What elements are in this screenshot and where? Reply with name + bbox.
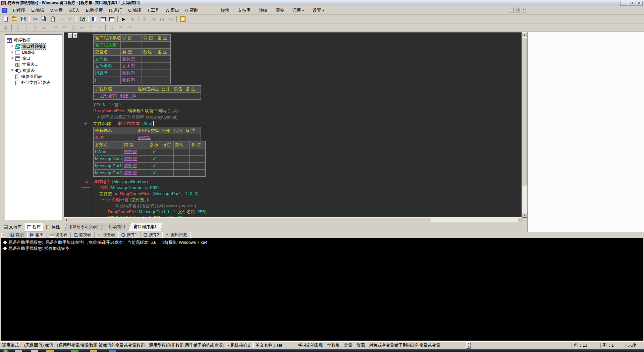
panel-restore-button[interactable]: ▫ — [68, 33, 72, 38]
table-cell[interactable] — [161, 156, 173, 162]
table-cell[interactable]: 处理 — [94, 134, 136, 141]
table-cell[interactable] — [184, 134, 201, 141]
table-cell[interactable] — [136, 93, 160, 99]
menu-item-plugin[interactable]: 模块 — [217, 6, 233, 14]
menu-item[interactable]: W.窗口 — [162, 6, 182, 14]
table-cell[interactable]: 逻辑型 — [136, 134, 160, 141]
close-output-icon[interactable]: ✕ — [1, 233, 5, 237]
table-header-cell[interactable]: 易包 — [172, 86, 184, 92]
table-header-cell[interactable]: 类 型 — [121, 49, 142, 55]
code-line[interactable]: DragQueryFile (MessagePar1, i - 1, 文件名称,… — [108, 209, 206, 215]
table-cell[interactable] — [121, 42, 142, 48]
menu-item[interactable]: C.编译 — [125, 6, 144, 14]
table-cell[interactable]: MessagePar1 — [94, 163, 122, 169]
table-header-cell[interactable]: 备 注 — [184, 127, 201, 134]
table-cell[interactable] — [161, 163, 173, 169]
table-cell[interactable]: MessageNumber — [94, 156, 122, 162]
table-cell[interactable]: 整数型 — [121, 70, 142, 77]
scroll-down-icon[interactable]: ▼ — [522, 213, 527, 218]
table-cell[interactable]: 整数型 — [122, 163, 148, 169]
table-header-cell[interactable]: 子程序名 — [94, 86, 136, 92]
output-tab-剪辑历史[interactable]: 剪辑历史 — [162, 232, 190, 238]
editor-tab[interactable]: _启动窗口 — [101, 223, 132, 231]
table-cell[interactable] — [161, 170, 173, 176]
table-header-cell[interactable]: 可空 — [161, 141, 173, 148]
editor-vertical-scrollbar[interactable]: ▲ ▼ — [522, 32, 527, 218]
mdi-close-button[interactable]: ✕ — [521, 8, 526, 12]
table-cell[interactable] — [156, 63, 170, 70]
menu-item-plugin[interactable]: 词库 ▼ — [288, 6, 308, 14]
windows-taskbar[interactable] — [0, 349, 644, 352]
expander-icon[interactable]: + — [11, 51, 14, 54]
taskbar-item[interactable] — [15, 350, 22, 352]
table-cell[interactable] — [142, 77, 156, 84]
toolbar-button-find[interactable] — [78, 15, 86, 23]
code-line[interactable]: ' 本源码来自易语言资源网 (www.eyuyan.la) — [112, 203, 196, 209]
code-line[interactable]: 调试输出 (MessageNumber) — [93, 179, 148, 185]
table-header-cell[interactable]: 返回值类型 — [136, 86, 160, 92]
table-header-cell[interactable]: 参考 — [148, 141, 161, 148]
taskbar-item[interactable] — [90, 350, 97, 352]
table-cell[interactable]: 整数型 — [122, 156, 148, 162]
table-header-cell[interactable]: 参数名 — [94, 141, 122, 148]
menu-item[interactable]: H.帮助 — [182, 6, 201, 14]
table-cell[interactable] — [142, 56, 156, 62]
tree-item[interactable]: +窗口 — [7, 55, 61, 61]
vertical-scroll-thumb[interactable] — [522, 38, 527, 185]
tree-item[interactable]: 常量表... — [7, 61, 61, 68]
table-header-cell[interactable]: 窗口程序集名 — [94, 35, 120, 41]
code-line[interactable]: DragAcceptFiles (编辑框1.取窗口句柄 (), 真) — [93, 108, 179, 114]
scroll-up-icon[interactable]: ▲ — [522, 32, 527, 37]
toolbar-button-open-file[interactable] — [10, 15, 18, 23]
table-cell[interactable] — [142, 70, 156, 77]
table-header-cell[interactable]: 返回值类型 — [136, 127, 160, 134]
menu-item[interactable]: F.程序 — [10, 6, 28, 14]
code-editor[interactable]: ▫ ✕ ▸ ▾ ▸ 窗口程序集名保 留保 留备 注窗口程序集1变量名类 型数组备… — [64, 32, 522, 218]
code-line[interactable]: 编辑框1.加入文本 (文件名称 + #换行符) — [107, 215, 183, 218]
table-header-cell[interactable]: 备 注 — [156, 49, 170, 55]
toolbar-button-run[interactable] — [120, 15, 128, 23]
panel-tab-程序[interactable]: 程序 — [25, 223, 43, 231]
table-header-cell[interactable]: 备 注 — [156, 35, 170, 41]
scroll-left-icon[interactable]: ◄ — [64, 218, 68, 222]
menu-item-plugin[interactable]: 静编 — [255, 6, 271, 14]
table-header-cell[interactable]: 易包 — [172, 127, 184, 134]
table-cell[interactable]: 消息号 — [94, 70, 120, 77]
toolbar-button-save[interactable] — [19, 15, 27, 23]
taskbar-item[interactable] — [31, 350, 38, 352]
expander-icon[interactable]: + — [11, 45, 14, 48]
table-cell[interactable] — [172, 93, 184, 99]
expander-icon[interactable]: + — [11, 69, 14, 72]
spin-down-icon[interactable]: ▼ — [466, 346, 471, 349]
table-cell[interactable] — [156, 70, 170, 77]
menu-item-plugin[interactable]: 支持库 — [233, 6, 255, 14]
table-cell[interactable] — [174, 170, 189, 176]
table-cell[interactable]: ✔ — [148, 163, 161, 169]
table-cell[interactable]: i — [94, 77, 120, 84]
table-header-cell[interactable]: 子程序名 — [94, 127, 136, 134]
tree-item[interactable]: 外部文件记录表 — [7, 80, 61, 86]
menu-item[interactable]: I.插入 — [66, 6, 83, 14]
table-cell[interactable]: 整数型 — [121, 77, 142, 84]
code-line[interactable]: 文件数 = DragQueryFiles (MessagePar1, -1, 0… — [99, 191, 199, 197]
panel-tab-属性[interactable]: 属性 — [44, 223, 62, 231]
output-tab-输出[interactable]: 输出 — [27, 232, 47, 238]
table-header-cell[interactable]: 公开 — [160, 127, 172, 134]
table-header-cell[interactable]: 备 注 — [184, 86, 201, 92]
code-line[interactable]: 判断 (MessageNumber = 563) — [99, 185, 159, 191]
table-cell[interactable] — [190, 148, 205, 155]
output-tab-搜寻2[interactable]: 搜寻2 — [141, 232, 163, 238]
close-button[interactable]: ✕ — [636, 1, 643, 6]
code-line[interactable]: 计次循环首 (文件数, i) — [107, 197, 149, 203]
tree-item-root[interactable]: 程序数据 — [7, 37, 61, 43]
table-cell[interactable]: __启动窗口_创建完毕 — [94, 93, 136, 99]
taskbar-item[interactable] — [71, 350, 78, 352]
scroll-right-icon[interactable]: ► — [517, 218, 522, 222]
toolbar-button-layout-left[interactable] — [90, 15, 98, 23]
taskbar-item[interactable] — [109, 350, 116, 352]
panel-tab-支持库[interactable]: 支持库 — [1, 223, 24, 231]
table-cell[interactable] — [142, 63, 156, 70]
table-cell[interactable] — [160, 134, 172, 141]
minimize-button[interactable]: ─ — [620, 1, 627, 6]
toolbar-button-copy[interactable] — [40, 15, 48, 23]
